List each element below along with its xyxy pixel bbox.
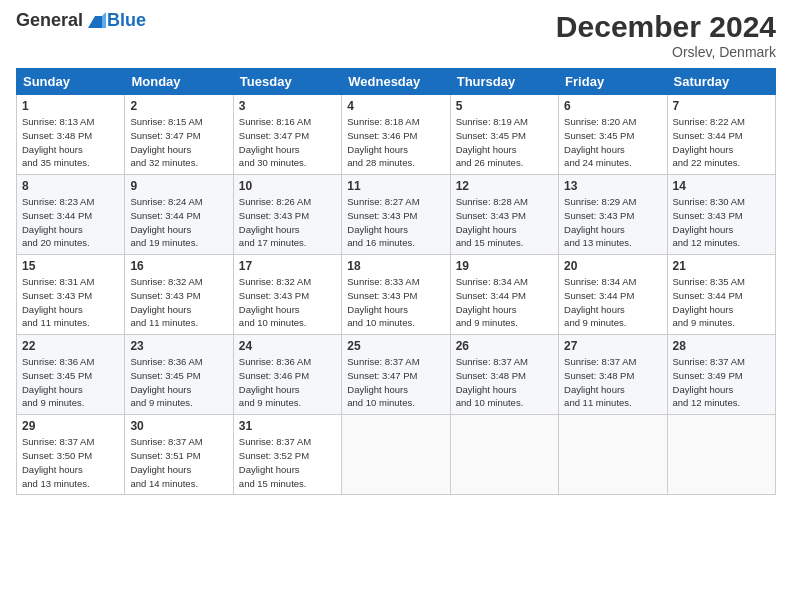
day-info: Sunrise: 8:36 AMSunset: 3:45 PMDaylight … bbox=[130, 356, 202, 408]
location: Orslev, Denmark bbox=[556, 44, 776, 60]
table-row: 2 Sunrise: 8:15 AMSunset: 3:47 PMDayligh… bbox=[125, 95, 233, 175]
day-number: 2 bbox=[130, 99, 227, 113]
table-row: 4 Sunrise: 8:18 AMSunset: 3:46 PMDayligh… bbox=[342, 95, 450, 175]
table-row bbox=[450, 415, 558, 495]
table-row bbox=[342, 415, 450, 495]
col-header-monday: Monday bbox=[125, 69, 233, 95]
month-title: December 2024 bbox=[556, 10, 776, 44]
day-info: Sunrise: 8:34 AMSunset: 3:44 PMDaylight … bbox=[456, 276, 528, 328]
table-row: 21 Sunrise: 8:35 AMSunset: 3:44 PMDaylig… bbox=[667, 255, 775, 335]
day-info: Sunrise: 8:16 AMSunset: 3:47 PMDaylight … bbox=[239, 116, 311, 168]
day-number: 18 bbox=[347, 259, 444, 273]
col-header-sunday: Sunday bbox=[17, 69, 125, 95]
table-row: 3 Sunrise: 8:16 AMSunset: 3:47 PMDayligh… bbox=[233, 95, 341, 175]
table-row: 18 Sunrise: 8:33 AMSunset: 3:43 PMDaylig… bbox=[342, 255, 450, 335]
day-info: Sunrise: 8:13 AMSunset: 3:48 PMDaylight … bbox=[22, 116, 94, 168]
title-area: December 2024 Orslev, Denmark bbox=[556, 10, 776, 60]
table-row: 16 Sunrise: 8:32 AMSunset: 3:43 PMDaylig… bbox=[125, 255, 233, 335]
day-info: Sunrise: 8:26 AMSunset: 3:43 PMDaylight … bbox=[239, 196, 311, 248]
day-number: 23 bbox=[130, 339, 227, 353]
day-info: Sunrise: 8:30 AMSunset: 3:43 PMDaylight … bbox=[673, 196, 745, 248]
table-row: 13 Sunrise: 8:29 AMSunset: 3:43 PMDaylig… bbox=[559, 175, 667, 255]
table-row: 31 Sunrise: 8:37 AMSunset: 3:52 PMDaylig… bbox=[233, 415, 341, 495]
day-number: 22 bbox=[22, 339, 119, 353]
table-row: 23 Sunrise: 8:36 AMSunset: 3:45 PMDaylig… bbox=[125, 335, 233, 415]
day-number: 7 bbox=[673, 99, 770, 113]
day-info: Sunrise: 8:29 AMSunset: 3:43 PMDaylight … bbox=[564, 196, 636, 248]
table-row: 19 Sunrise: 8:34 AMSunset: 3:44 PMDaylig… bbox=[450, 255, 558, 335]
day-number: 29 bbox=[22, 419, 119, 433]
day-number: 30 bbox=[130, 419, 227, 433]
day-info: Sunrise: 8:31 AMSunset: 3:43 PMDaylight … bbox=[22, 276, 94, 328]
table-row: 20 Sunrise: 8:34 AMSunset: 3:44 PMDaylig… bbox=[559, 255, 667, 335]
table-row: 25 Sunrise: 8:37 AMSunset: 3:47 PMDaylig… bbox=[342, 335, 450, 415]
day-info: Sunrise: 8:32 AMSunset: 3:43 PMDaylight … bbox=[130, 276, 202, 328]
day-info: Sunrise: 8:37 AMSunset: 3:48 PMDaylight … bbox=[564, 356, 636, 408]
day-info: Sunrise: 8:15 AMSunset: 3:47 PMDaylight … bbox=[130, 116, 202, 168]
day-number: 4 bbox=[347, 99, 444, 113]
logo-blue-text: Blue bbox=[107, 10, 146, 31]
day-number: 8 bbox=[22, 179, 119, 193]
day-number: 16 bbox=[130, 259, 227, 273]
day-number: 1 bbox=[22, 99, 119, 113]
table-row: 12 Sunrise: 8:28 AMSunset: 3:43 PMDaylig… bbox=[450, 175, 558, 255]
day-info: Sunrise: 8:37 AMSunset: 3:50 PMDaylight … bbox=[22, 436, 94, 488]
logo-area: General Blue bbox=[16, 10, 146, 31]
day-number: 21 bbox=[673, 259, 770, 273]
day-number: 10 bbox=[239, 179, 336, 193]
col-header-friday: Friday bbox=[559, 69, 667, 95]
table-row: 10 Sunrise: 8:26 AMSunset: 3:43 PMDaylig… bbox=[233, 175, 341, 255]
day-info: Sunrise: 8:37 AMSunset: 3:48 PMDaylight … bbox=[456, 356, 528, 408]
table-row: 24 Sunrise: 8:36 AMSunset: 3:46 PMDaylig… bbox=[233, 335, 341, 415]
day-number: 24 bbox=[239, 339, 336, 353]
day-info: Sunrise: 8:32 AMSunset: 3:43 PMDaylight … bbox=[239, 276, 311, 328]
day-number: 25 bbox=[347, 339, 444, 353]
logo-icon bbox=[84, 12, 106, 30]
table-row: 27 Sunrise: 8:37 AMSunset: 3:48 PMDaylig… bbox=[559, 335, 667, 415]
table-row: 26 Sunrise: 8:37 AMSunset: 3:48 PMDaylig… bbox=[450, 335, 558, 415]
svg-marker-1 bbox=[102, 12, 106, 28]
day-info: Sunrise: 8:37 AMSunset: 3:51 PMDaylight … bbox=[130, 436, 202, 488]
logo: General Blue bbox=[16, 10, 146, 31]
day-info: Sunrise: 8:37 AMSunset: 3:52 PMDaylight … bbox=[239, 436, 311, 488]
day-info: Sunrise: 8:27 AMSunset: 3:43 PMDaylight … bbox=[347, 196, 419, 248]
day-info: Sunrise: 8:28 AMSunset: 3:43 PMDaylight … bbox=[456, 196, 528, 248]
table-row: 9 Sunrise: 8:24 AMSunset: 3:44 PMDayligh… bbox=[125, 175, 233, 255]
day-number: 15 bbox=[22, 259, 119, 273]
col-header-saturday: Saturday bbox=[667, 69, 775, 95]
table-row: 11 Sunrise: 8:27 AMSunset: 3:43 PMDaylig… bbox=[342, 175, 450, 255]
day-info: Sunrise: 8:35 AMSunset: 3:44 PMDaylight … bbox=[673, 276, 745, 328]
day-number: 20 bbox=[564, 259, 661, 273]
day-number: 5 bbox=[456, 99, 553, 113]
day-info: Sunrise: 8:23 AMSunset: 3:44 PMDaylight … bbox=[22, 196, 94, 248]
table-row: 7 Sunrise: 8:22 AMSunset: 3:44 PMDayligh… bbox=[667, 95, 775, 175]
day-number: 19 bbox=[456, 259, 553, 273]
logo-general-text: General bbox=[16, 10, 83, 31]
table-row: 8 Sunrise: 8:23 AMSunset: 3:44 PMDayligh… bbox=[17, 175, 125, 255]
table-row: 28 Sunrise: 8:37 AMSunset: 3:49 PMDaylig… bbox=[667, 335, 775, 415]
day-info: Sunrise: 8:37 AMSunset: 3:47 PMDaylight … bbox=[347, 356, 419, 408]
day-info: Sunrise: 8:33 AMSunset: 3:43 PMDaylight … bbox=[347, 276, 419, 328]
day-info: Sunrise: 8:36 AMSunset: 3:45 PMDaylight … bbox=[22, 356, 94, 408]
day-info: Sunrise: 8:24 AMSunset: 3:44 PMDaylight … bbox=[130, 196, 202, 248]
table-row bbox=[667, 415, 775, 495]
header: General Blue December 2024 Orslev, Denma… bbox=[16, 10, 776, 60]
day-number: 3 bbox=[239, 99, 336, 113]
page: General Blue December 2024 Orslev, Denma… bbox=[0, 0, 792, 612]
day-info: Sunrise: 8:34 AMSunset: 3:44 PMDaylight … bbox=[564, 276, 636, 328]
day-number: 6 bbox=[564, 99, 661, 113]
calendar: SundayMondayTuesdayWednesdayThursdayFrid… bbox=[16, 68, 776, 495]
day-info: Sunrise: 8:19 AMSunset: 3:45 PMDaylight … bbox=[456, 116, 528, 168]
table-row: 22 Sunrise: 8:36 AMSunset: 3:45 PMDaylig… bbox=[17, 335, 125, 415]
day-info: Sunrise: 8:18 AMSunset: 3:46 PMDaylight … bbox=[347, 116, 419, 168]
table-row: 1 Sunrise: 8:13 AMSunset: 3:48 PMDayligh… bbox=[17, 95, 125, 175]
day-number: 12 bbox=[456, 179, 553, 193]
svg-marker-0 bbox=[88, 16, 102, 28]
table-row bbox=[559, 415, 667, 495]
table-row: 17 Sunrise: 8:32 AMSunset: 3:43 PMDaylig… bbox=[233, 255, 341, 335]
day-info: Sunrise: 8:36 AMSunset: 3:46 PMDaylight … bbox=[239, 356, 311, 408]
table-row: 5 Sunrise: 8:19 AMSunset: 3:45 PMDayligh… bbox=[450, 95, 558, 175]
table-row: 29 Sunrise: 8:37 AMSunset: 3:50 PMDaylig… bbox=[17, 415, 125, 495]
day-number: 9 bbox=[130, 179, 227, 193]
calendar-header-row: SundayMondayTuesdayWednesdayThursdayFrid… bbox=[17, 69, 776, 95]
